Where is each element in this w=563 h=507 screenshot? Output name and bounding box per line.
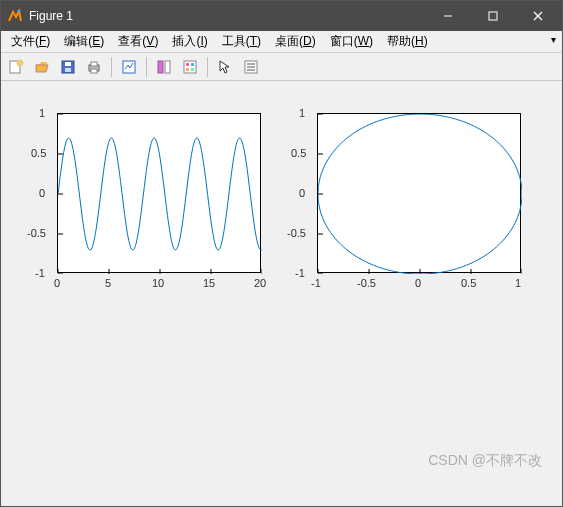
ytick-label: 0 [39,187,45,199]
svg-rect-8 [65,62,71,66]
figure-canvas: 1 0.5 0 -0.5 -1 0 5 10 15 20 1 0.5 0 -0.… [1,81,562,506]
menu-desktop[interactable]: 桌面(D) [269,31,322,52]
matlab-icon [7,8,23,24]
close-button[interactable] [515,1,560,31]
open-button[interactable] [31,56,53,78]
insert-legend-button[interactable] [240,56,262,78]
ytick-label: 1 [299,107,305,119]
xtick-label: 0 [415,277,421,289]
xtick-label: 20 [254,277,266,289]
line-plot-circle [318,114,522,274]
svg-rect-9 [65,68,71,72]
titlebar: Figure 1 [1,1,562,31]
maximize-button[interactable] [470,1,515,31]
new-figure-button[interactable] [5,56,27,78]
xtick-label: 0 [54,277,60,289]
save-button[interactable] [57,56,79,78]
svg-rect-2 [489,12,497,20]
svg-point-0 [18,10,21,13]
menu-window[interactable]: 窗口(W) [324,31,379,52]
ytick-label: 0.5 [291,147,306,159]
ytick-label: 1 [39,107,45,119]
ytick-label: 0.5 [31,147,46,159]
watermark-text: CSDN @不牌不改 [428,452,542,470]
edit-arrow-button[interactable] [214,56,236,78]
figure-window: Figure 1 文件(F) 编辑(E) 查看(V) 插入(I) 工具(T) 桌… [0,0,563,507]
ytick-label: -0.5 [27,227,46,239]
separator [207,57,208,77]
separator [111,57,112,77]
svg-rect-11 [91,62,97,66]
xtick-label: 1 [515,277,521,289]
xtick-label: 10 [152,277,164,289]
menu-insert[interactable]: 插入(I) [166,31,213,52]
ytick-label: -0.5 [287,227,306,239]
svg-rect-15 [165,61,170,73]
svg-rect-16 [184,61,196,73]
menu-overflow-icon[interactable]: ▾ [551,34,556,45]
xtick-label: -1 [311,277,321,289]
menu-tools[interactable]: 工具(T) [216,31,267,52]
ytick-label: -1 [295,267,305,279]
line-plot-sine [58,114,262,274]
xtick-label: 0.5 [461,277,476,289]
menu-file[interactable]: 文件(F) [5,31,56,52]
xtick-label: 15 [203,277,215,289]
toolbar [1,53,562,81]
xtick-label: 5 [105,277,111,289]
svg-rect-14 [158,61,163,73]
data-cursor-button[interactable] [153,56,175,78]
svg-rect-17 [186,63,189,66]
colorbar-button[interactable] [179,56,201,78]
menu-help[interactable]: 帮助(H) [381,31,434,52]
svg-rect-19 [186,68,189,71]
link-brush-button[interactable] [118,56,140,78]
menu-view[interactable]: 查看(V) [112,31,164,52]
menu-edit[interactable]: 编辑(E) [58,31,110,52]
ytick-label: 0 [299,187,305,199]
axes-right[interactable] [317,113,521,273]
xtick-label: -0.5 [357,277,376,289]
svg-rect-20 [191,68,194,71]
svg-rect-12 [91,69,97,73]
menubar: 文件(F) 编辑(E) 查看(V) 插入(I) 工具(T) 桌面(D) 窗口(W… [1,31,562,53]
axes-left[interactable] [57,113,261,273]
svg-rect-18 [191,63,194,66]
window-title: Figure 1 [29,9,425,23]
ytick-label: -1 [35,267,45,279]
minimize-button[interactable] [425,1,470,31]
print-button[interactable] [83,56,105,78]
svg-point-6 [17,60,23,66]
separator [146,57,147,77]
